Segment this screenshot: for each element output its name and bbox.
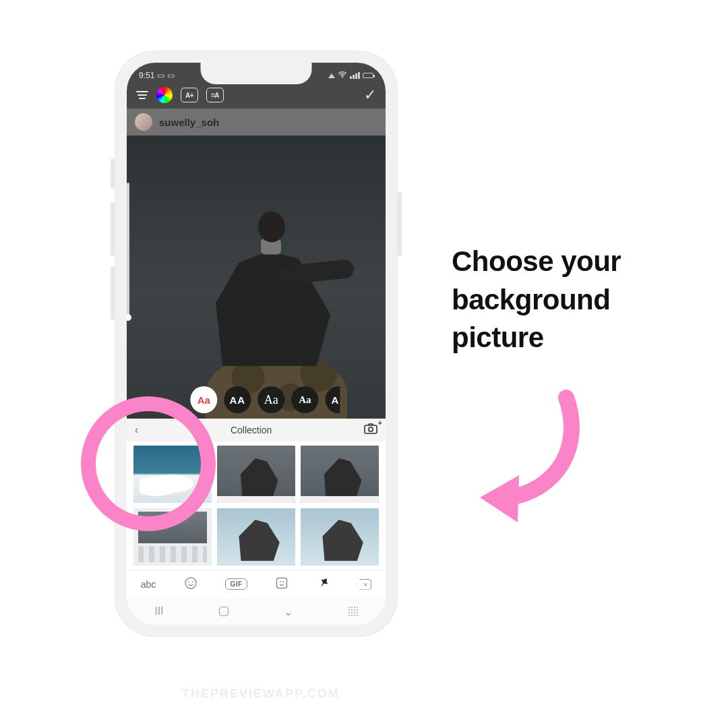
font-style-row: Aa AA Aa Aa A <box>190 386 340 413</box>
collection-title: Collection <box>231 425 272 435</box>
svg-point-5 <box>192 581 193 582</box>
svg-point-4 <box>188 581 189 582</box>
confirm-check-icon[interactable]: ✓ <box>364 86 376 104</box>
font-pill[interactable]: Aa <box>291 386 318 413</box>
phone-notch <box>201 63 312 84</box>
text-style-a-button[interactable]: A+ <box>181 88 198 102</box>
nav-home-icon[interactable] <box>219 607 229 616</box>
phone-side-button <box>398 192 402 256</box>
align-icon[interactable] <box>136 91 148 99</box>
font-pill-selected[interactable]: Aa <box>190 386 217 413</box>
emoji-icon[interactable] <box>184 576 198 592</box>
status-icon: ▭ <box>167 71 175 80</box>
avatar[interactable] <box>135 113 152 131</box>
svg-point-8 <box>282 581 284 582</box>
kb-gif[interactable]: GIF <box>225 578 247 590</box>
collection-thumb[interactable] <box>217 508 295 566</box>
text-style-eq-button[interactable]: =A <box>206 88 224 102</box>
collection-thumb[interactable] <box>217 446 295 503</box>
svg-point-7 <box>280 581 281 582</box>
kb-abc[interactable]: abc <box>141 579 156 590</box>
instruction-caption: Choose your background picture <box>452 243 694 357</box>
color-picker-icon[interactable] <box>156 87 173 103</box>
wifi-icon <box>338 71 347 80</box>
nav-recents-icon[interactable]: III <box>154 605 163 617</box>
sticker-icon[interactable] <box>275 576 289 592</box>
phone-screen: 9:51 ▭ ▭ A+ =A ✓ <box>127 63 386 625</box>
username-label[interactable]: suwelly_soh <box>159 117 219 128</box>
battery-icon <box>363 73 373 78</box>
svg-rect-1 <box>365 425 377 433</box>
phone-side-button <box>111 158 115 189</box>
cell-bars-icon <box>350 72 360 79</box>
nav-back-icon[interactable]: ⌄ <box>284 605 293 618</box>
svg-point-2 <box>369 427 373 431</box>
svg-rect-6 <box>277 578 287 588</box>
pin-icon[interactable] <box>313 574 332 594</box>
font-pill[interactable]: A <box>325 386 340 413</box>
story-canvas[interactable]: Aa AA Aa Aa A <box>127 135 386 419</box>
highlight-circle <box>81 396 216 531</box>
signal-icon <box>328 73 335 78</box>
watermark: THEPREVIEWAPP.COM <box>182 687 340 701</box>
nav-keyboard-icon[interactable] <box>348 607 358 616</box>
slider-rail[interactable] <box>127 183 129 317</box>
android-navbar: III ⌄ <box>127 598 386 625</box>
phone-side-button <box>111 266 115 320</box>
add-photo-icon[interactable] <box>364 423 377 437</box>
keyboard-toolbar: abc GIF <box>127 570 386 598</box>
font-pill[interactable]: AA <box>224 386 251 413</box>
user-row: suwelly_soh <box>127 109 386 135</box>
collection-thumb[interactable] <box>301 508 379 566</box>
collection-thumb[interactable] <box>301 446 379 503</box>
phone-mockup: 9:51 ▭ ▭ A+ =A ✓ <box>115 51 398 637</box>
status-icon: ▭ <box>157 71 164 80</box>
svg-point-0 <box>342 77 343 78</box>
backspace-icon[interactable] <box>357 579 371 590</box>
font-pill[interactable]: Aa <box>257 386 284 413</box>
status-time: 9:51 <box>139 71 154 80</box>
arrow-annotation <box>465 384 600 533</box>
editor-toolbar: A+ =A ✓ <box>127 82 386 109</box>
phone-side-button <box>111 202 115 256</box>
svg-point-3 <box>185 578 196 588</box>
